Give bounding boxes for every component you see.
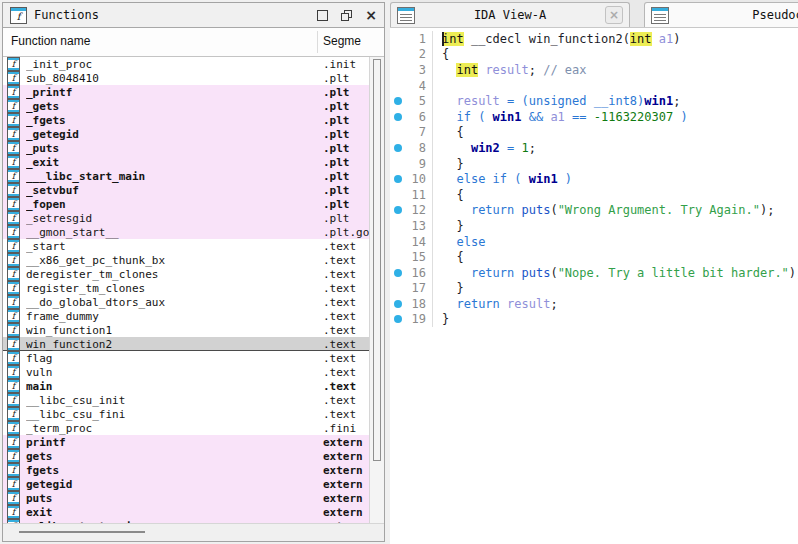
breakpoint-dot-icon[interactable] xyxy=(394,113,402,121)
function-row[interactable]: fvuln.text xyxy=(3,365,370,379)
function-row[interactable]: f_setresgid.plt xyxy=(3,211,370,225)
breakpoint-dot-icon[interactable] xyxy=(394,269,402,277)
function-row[interactable]: fgetsextern xyxy=(3,449,370,463)
function-row[interactable]: ffgetsextern xyxy=(3,463,370,477)
function-icon: f xyxy=(7,169,20,183)
function-segment: .plt xyxy=(323,156,370,169)
breakpoint-dot-icon[interactable] xyxy=(394,144,402,152)
code-line[interactable]: 17 } xyxy=(390,281,798,297)
code-line[interactable]: 19} xyxy=(390,312,798,328)
function-row[interactable]: fsub_8048410.plt xyxy=(3,71,370,85)
function-row[interactable]: f__libc_csu_fini.text xyxy=(3,407,370,421)
tab-ida-view-a[interactable]: IDA View-A × xyxy=(390,2,630,27)
code-line[interactable]: 14 else xyxy=(390,234,798,250)
tab-close-icon[interactable]: × xyxy=(605,6,623,24)
code-line[interactable]: 4 xyxy=(390,78,798,94)
functions-titlebar[interactable]: f Functions × xyxy=(3,3,384,28)
function-row[interactable]: fregister_tm_clones.text xyxy=(3,281,370,295)
function-segment: .text xyxy=(323,268,370,281)
code-line[interactable]: 11 { xyxy=(390,187,798,203)
breakpoint-dot-icon[interactable] xyxy=(394,97,402,105)
functions-window-icon: f xyxy=(10,7,27,24)
code-line[interactable]: 1int __cdecl win_function2(int a1) xyxy=(390,31,798,47)
functions-title: Functions xyxy=(34,8,99,22)
code-line[interactable]: 6 if ( win1 && a1 == -1163220307 ) xyxy=(390,109,798,125)
code-line[interactable]: 15 { xyxy=(390,249,798,265)
function-row[interactable]: f_term_proc.fini xyxy=(3,421,370,435)
function-icon: f xyxy=(7,239,20,253)
code-line[interactable]: 12 return puts("Wrong Argument. Try Agai… xyxy=(390,203,798,219)
function-row[interactable]: f__libc_csu_init.text xyxy=(3,393,370,407)
maximize-icon[interactable] xyxy=(317,10,328,21)
function-row[interactable]: f__do_global_dtors_aux.text xyxy=(3,295,370,309)
line-number: 10 xyxy=(402,171,433,187)
column-header-function-name[interactable]: Function name xyxy=(11,34,90,48)
breakpoint-dot-icon[interactable] xyxy=(394,206,402,214)
function-row[interactable]: f_fgets.plt xyxy=(3,113,370,127)
function-name: __libc_csu_fini xyxy=(26,408,323,421)
code-line[interactable]: 2{ xyxy=(390,47,798,63)
function-name: vuln xyxy=(26,366,323,379)
function-row[interactable]: f_gets.plt xyxy=(3,99,370,113)
restore-icon[interactable] xyxy=(341,10,352,21)
function-icon: f xyxy=(7,71,20,85)
function-row[interactable]: fmain.text xyxy=(3,379,370,393)
code-line[interactable]: 18 return result; xyxy=(390,296,798,312)
function-name: flag xyxy=(26,352,323,365)
function-row[interactable]: fframe_dummy.text xyxy=(3,309,370,323)
function-row[interactable]: f___libc_start_main.plt xyxy=(3,169,370,183)
pseudocode-view[interactable]: 1int __cdecl win_function2(int a1)2{3 in… xyxy=(390,27,798,544)
function-segment: .text xyxy=(323,338,370,351)
function-segment: extern xyxy=(323,450,370,463)
function-row[interactable]: f_exit.plt xyxy=(3,155,370,169)
horizontal-scrollbar-thumb[interactable] xyxy=(19,531,145,533)
column-divider[interactable] xyxy=(317,31,318,53)
function-row[interactable]: fwin_function1.text xyxy=(3,323,370,337)
gutter-dot-placeholder xyxy=(394,222,402,230)
breakpoint-dot-icon[interactable] xyxy=(394,175,402,183)
function-row[interactable]: f_printf.plt xyxy=(3,85,370,99)
close-icon[interactable]: × xyxy=(365,10,377,20)
breakpoint-dot-icon[interactable] xyxy=(394,315,402,323)
code-line[interactable]: 7 { xyxy=(390,125,798,141)
horizontal-scrollbar[interactable] xyxy=(3,523,384,541)
code-line[interactable]: 13 } xyxy=(390,218,798,234)
tab-pseudocode-a[interactable]: Pseudocode- xyxy=(644,2,798,27)
code-text: result = (unsigned __int8)win1; xyxy=(435,94,680,108)
function-row[interactable]: f__x86_get_pc_thunk_bx.text xyxy=(3,253,370,267)
line-number: 11 xyxy=(402,187,433,203)
vertical-scrollbar-thumb[interactable] xyxy=(373,59,381,461)
function-row[interactable]: f_getegid.plt xyxy=(3,127,370,141)
function-row[interactable]: f_setvbuf.plt xyxy=(3,183,370,197)
code-line[interactable]: 16 return puts("Nope. Try a little bit h… xyxy=(390,265,798,281)
function-row[interactable]: fwin_function2.text xyxy=(3,337,370,351)
breakpoint-dot-icon[interactable] xyxy=(394,300,402,308)
function-row[interactable]: f__gmon_start__.plt.go xyxy=(3,225,370,239)
function-row[interactable]: f_init_proc.init xyxy=(3,57,370,71)
function-row[interactable]: fflag.text xyxy=(3,351,370,365)
function-row[interactable]: fderegister_tm_clones.text xyxy=(3,267,370,281)
function-row[interactable]: fprintfextern xyxy=(3,435,370,449)
function-name: exit xyxy=(26,506,323,519)
function-row[interactable]: fgetegidextern xyxy=(3,477,370,491)
function-row[interactable]: fputsextern xyxy=(3,491,370,505)
function-row[interactable]: fexitextern xyxy=(3,505,370,519)
code-text: { xyxy=(435,47,449,61)
code-line[interactable]: 8 win2 = 1; xyxy=(390,140,798,156)
function-name: gets xyxy=(26,450,323,463)
code-line[interactable]: 3 int result; // eax xyxy=(390,62,798,78)
function-row[interactable]: f_puts.plt xyxy=(3,141,370,155)
column-header-segment[interactable]: Segme xyxy=(323,34,361,48)
function-segment: .plt xyxy=(323,114,370,127)
code-line[interactable]: 10 else if ( win1 ) xyxy=(390,171,798,187)
function-row[interactable]: f_start.text xyxy=(3,239,370,253)
function-row[interactable]: f_fopen.plt xyxy=(3,197,370,211)
line-number: 1 xyxy=(402,31,433,47)
line-number: 15 xyxy=(402,249,433,265)
function-name: _getegid xyxy=(26,128,323,141)
vertical-scrollbar[interactable] xyxy=(369,57,384,524)
ida-pro-workspace: { "functions_panel": { "title": "Functio… xyxy=(0,0,798,544)
code-line[interactable]: 9 } xyxy=(390,156,798,172)
code-line[interactable]: 5 result = (unsigned __int8)win1; xyxy=(390,93,798,109)
gutter-dot-placeholder xyxy=(394,82,402,90)
